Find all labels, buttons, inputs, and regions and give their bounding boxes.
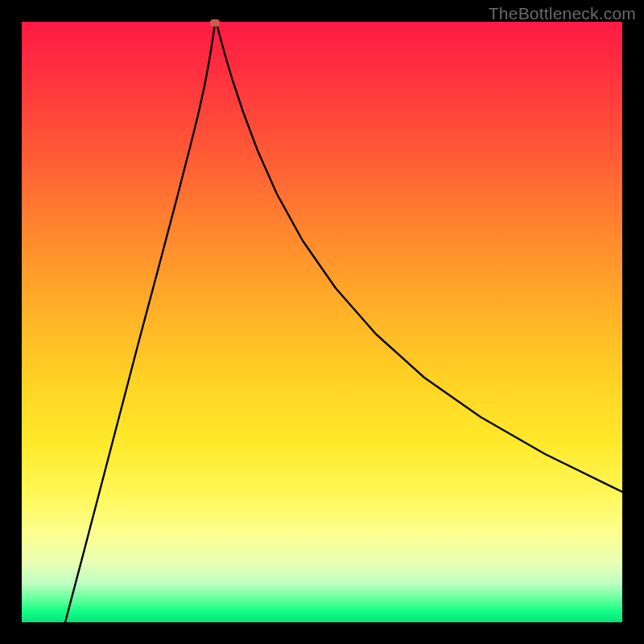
curve-layer [22, 22, 622, 622]
curve-left-branch [65, 22, 216, 622]
outer-frame: TheBottleneck.com [0, 0, 644, 644]
minimum-marker [210, 19, 220, 27]
curve-right-branch [216, 22, 622, 492]
watermark-text: TheBottleneck.com [489, 4, 636, 23]
